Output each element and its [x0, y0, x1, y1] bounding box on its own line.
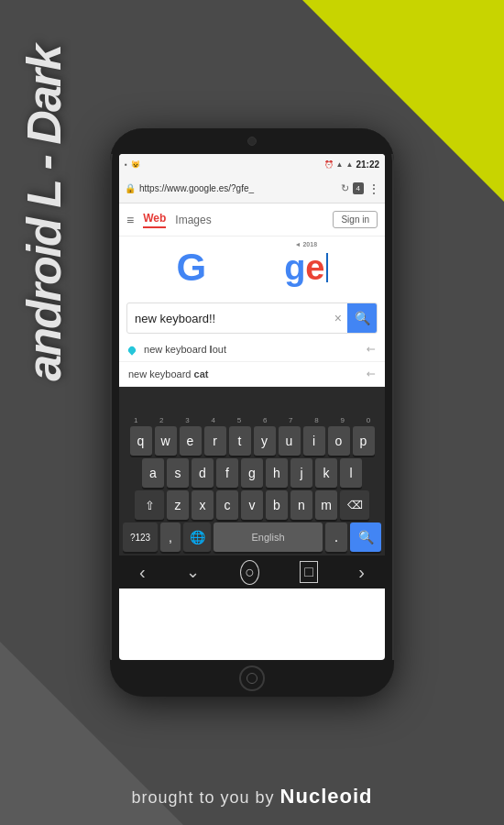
key-k[interactable]: k: [315, 458, 337, 488]
forward-button[interactable]: ›: [358, 562, 365, 583]
logo-e: e: [305, 248, 324, 288]
key-e[interactable]: e: [180, 426, 202, 456]
key-b[interactable]: b: [266, 490, 288, 520]
num-1: 1: [123, 416, 148, 424]
lock-icon: 🔒: [125, 183, 136, 193]
num-9: 9: [330, 416, 356, 424]
globe-key[interactable]: 🌐: [183, 522, 211, 552]
hamburger-icon[interactable]: ≡: [126, 213, 134, 227]
key-t[interactable]: t: [229, 426, 251, 456]
symbols-key[interactable]: ?123: [123, 522, 158, 552]
phone-screen: ▪ 😺 ⏰ ▲ ▲ 21:22 🔒 https://www.google.es/…: [119, 154, 385, 660]
sign-in-button[interactable]: Sign in: [333, 211, 378, 228]
suggestion-item-2[interactable]: new keyboard cat ↗: [119, 362, 385, 387]
wifi-icon: ▲: [336, 160, 344, 169]
period-key[interactable]: .: [325, 522, 347, 552]
back-button[interactable]: ‹: [139, 562, 146, 583]
key-s[interactable]: s: [167, 458, 189, 488]
key-o[interactable]: o: [328, 426, 350, 456]
suggestion-text-2: new keyboard cat: [128, 368, 208, 380]
bottom-text: brought to you by Nucleoid: [0, 785, 504, 808]
notification-icon: ▪: [125, 160, 127, 169]
tab-web[interactable]: Web: [143, 212, 166, 228]
key-m[interactable]: m: [315, 490, 337, 520]
tab-count[interactable]: 4: [353, 182, 364, 194]
app-icon: 😺: [131, 160, 140, 169]
autocomplete-bar: [119, 387, 385, 412]
home-inner-circle: [247, 673, 257, 684]
num-3: 3: [174, 416, 200, 424]
key-i[interactable]: i: [303, 426, 325, 456]
key-u[interactable]: u: [279, 426, 301, 456]
key-p[interactable]: p: [353, 426, 375, 456]
logo-g: g: [284, 248, 305, 288]
signal-icon: ▲: [346, 160, 354, 169]
num-7: 7: [278, 416, 303, 424]
down-button[interactable]: ⌄: [186, 562, 200, 582]
suggestion-arrow-2: ↗: [364, 367, 379, 382]
search-box[interactable]: new keyboard!! × 🔍: [126, 302, 378, 334]
key-r[interactable]: r: [204, 426, 226, 456]
keyboard: 1 2 3 4 5 6 7 8 9 0 q w e r t y u i: [119, 412, 385, 556]
key-v[interactable]: v: [241, 490, 263, 520]
key-c[interactable]: c: [216, 490, 238, 520]
key-h[interactable]: h: [266, 458, 288, 488]
status-right-icons: ⏰ ▲ ▲ 21:22: [324, 160, 379, 170]
key-l[interactable]: l: [340, 458, 362, 488]
google-logo-area: G ◄ 2018 g e: [119, 236, 385, 299]
key-a[interactable]: a: [142, 458, 164, 488]
key-x[interactable]: x: [192, 490, 214, 520]
key-j[interactable]: j: [290, 458, 312, 488]
search-icon: 🔍: [355, 311, 370, 325]
suggestion-text-1: new keyboard lout: [144, 344, 226, 355]
num-6: 6: [252, 416, 278, 424]
key-g[interactable]: g: [241, 458, 263, 488]
menu-icon[interactable]: ⋮: [367, 182, 379, 196]
suggestion-arrow-1: ↗: [364, 342, 379, 358]
browser-nav-tabs: ≡ Web Images Sign in: [119, 204, 385, 236]
num-2: 2: [148, 416, 174, 424]
key-z[interactable]: z: [167, 490, 189, 520]
clear-icon[interactable]: ×: [329, 311, 347, 325]
alarm-icon: ⏰: [324, 160, 334, 169]
key-f[interactable]: f: [216, 458, 238, 488]
keyboard-row-3: ⇧ z x c v b n m ⌫: [121, 490, 383, 520]
logo-badge: ◄ 2018: [295, 241, 317, 248]
phone-top-bezel: [110, 128, 394, 154]
key-q[interactable]: q: [130, 426, 152, 456]
home-button[interactable]: ○: [240, 560, 259, 585]
num-0: 0: [356, 416, 381, 424]
delete-key[interactable]: ⌫: [340, 490, 369, 520]
side-text: android L - Dark: [16, 46, 71, 381]
home-indicator[interactable]: [239, 666, 265, 691]
phone-shell: ▪ 😺 ⏰ ▲ ▲ 21:22 🔒 https://www.google.es/…: [110, 128, 394, 697]
phone-bottom-bezel: [110, 660, 394, 697]
key-y[interactable]: y: [254, 426, 276, 456]
shift-key[interactable]: ⇧: [135, 490, 164, 520]
search-input-text: new keyboard!!: [127, 312, 329, 325]
keyboard-search-key[interactable]: 🔍: [350, 522, 381, 552]
suggestion-dot: new keyboard lout: [128, 344, 226, 355]
num-5: 5: [226, 416, 252, 424]
key-w[interactable]: w: [155, 426, 177, 456]
status-bar: ▪ 😺 ⏰ ▲ ▲ 21:22: [119, 154, 385, 174]
keyboard-bottom-row: ?123 , 🌐 English . 🔍: [121, 522, 383, 554]
key-n[interactable]: n: [290, 490, 312, 520]
reload-icon[interactable]: ↻: [341, 182, 349, 194]
google-g-logo: G: [176, 246, 206, 290]
num-8: 8: [303, 416, 329, 424]
space-key[interactable]: English: [214, 522, 323, 552]
num-4: 4: [201, 416, 226, 424]
google-full-logo: ◄ 2018 g e: [284, 248, 327, 288]
suggestion-item-1[interactable]: new keyboard lout ↗: [119, 337, 385, 362]
key-d[interactable]: d: [192, 458, 214, 488]
comma-key[interactable]: ,: [160, 522, 181, 552]
keyboard-row-2: a s d f g h j k l: [121, 458, 383, 488]
status-time: 21:22: [356, 160, 379, 170]
tab-images[interactable]: Images: [175, 214, 211, 226]
url-bar[interactable]: 🔒 https://www.google.es/?gfe_ ↻ 4 ⋮: [119, 174, 385, 204]
url-text[interactable]: https://www.google.es/?gfe_: [139, 183, 337, 193]
search-button[interactable]: 🔍: [347, 303, 377, 333]
recent-apps-button[interactable]: □: [300, 561, 318, 583]
status-left-icons: ▪ 😺: [125, 160, 140, 169]
